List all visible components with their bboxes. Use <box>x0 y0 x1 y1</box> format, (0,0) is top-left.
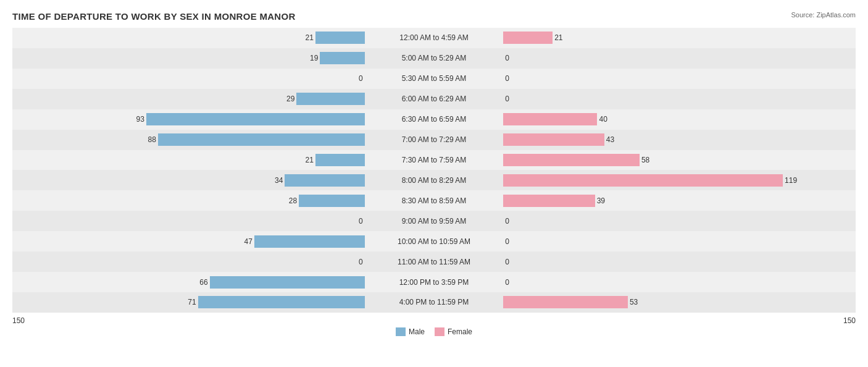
male-value-zero: 0 <box>359 258 363 266</box>
female-value: 53 <box>630 298 638 306</box>
time-label: 6:30 AM to 6:59 AM <box>367 115 502 124</box>
axis-area: 150 150 <box>12 316 856 325</box>
time-label: 12:00 PM to 3:59 PM <box>367 278 502 287</box>
male-bar <box>296 93 364 105</box>
time-label: 8:30 AM to 8:59 AM <box>367 196 502 205</box>
female-bar <box>503 32 553 44</box>
male-value: 47 <box>244 237 252 246</box>
male-bar <box>158 133 365 146</box>
female-bar <box>503 195 595 207</box>
male-bar <box>210 276 365 289</box>
male-value: 28 <box>289 196 297 205</box>
bar-row: 011:00 AM to 11:59 AM0 <box>12 251 856 272</box>
male-bar <box>315 32 365 44</box>
bar-row: 348:00 AM to 8:29 AM119 <box>12 170 856 190</box>
axis-right: 150 <box>843 316 856 325</box>
bar-row: 4710:00 AM to 10:59 AM0 <box>12 231 856 251</box>
bar-row: 217:30 AM to 7:59 AM58 <box>12 150 856 171</box>
female-bar <box>503 296 628 308</box>
male-bar <box>285 174 364 187</box>
axis-left: 150 <box>12 316 25 325</box>
time-label: 6:00 AM to 6:29 AM <box>367 95 502 103</box>
female-value-zero: 0 <box>505 54 509 62</box>
female-bar <box>503 154 640 166</box>
bar-row: 09:00 AM to 9:59 AM0 <box>12 211 856 231</box>
bar-row: 887:00 AM to 7:29 AM43 <box>12 130 856 150</box>
time-label: 12:00 AM to 4:59 AM <box>367 33 502 42</box>
male-value: 66 <box>199 278 207 287</box>
female-value-zero: 0 <box>505 278 509 287</box>
legend-female-label: Female <box>448 327 472 336</box>
female-value: 43 <box>606 135 614 144</box>
female-value-zero: 0 <box>505 237 509 246</box>
male-value: 21 <box>305 33 313 42</box>
female-value: 58 <box>641 156 649 164</box>
male-value: 29 <box>286 95 294 103</box>
female-color-swatch <box>435 327 444 336</box>
male-bar <box>299 195 365 207</box>
female-value: 21 <box>554 33 562 42</box>
male-value-zero: 0 <box>359 74 363 83</box>
bar-row: 714:00 PM to 11:59 PM53 <box>12 292 856 313</box>
source-text: Source: ZipAtlas.com <box>791 11 856 19</box>
chart-title: TIME OF DEPARTURE TO WORK BY SEX IN MONR… <box>12 11 856 22</box>
male-color-swatch <box>396 327 406 336</box>
bar-row: 2112:00 AM to 4:59 AM21 <box>12 28 856 48</box>
female-value-zero: 0 <box>505 74 509 83</box>
male-value: 21 <box>305 156 313 164</box>
female-bar <box>503 113 597 125</box>
female-value: 40 <box>599 115 607 124</box>
bar-row: 195:00 AM to 5:29 AM0 <box>12 48 856 69</box>
bar-row: 296:00 AM to 6:29 AM0 <box>12 89 856 109</box>
female-value: 39 <box>597 196 605 205</box>
male-bar <box>320 52 364 64</box>
female-value-zero: 0 <box>505 258 509 266</box>
time-label: 7:30 AM to 7:59 AM <box>367 156 502 164</box>
time-label: 5:30 AM to 5:59 AM <box>367 74 502 83</box>
legend-female: Female <box>435 327 472 336</box>
male-value: 19 <box>310 54 318 62</box>
male-bar <box>315 154 365 166</box>
time-label: 8:00 AM to 8:29 AM <box>367 176 502 185</box>
male-bar <box>254 235 365 248</box>
bar-row: 288:30 AM to 8:59 AM39 <box>12 190 856 211</box>
female-value-zero: 0 <box>505 95 509 103</box>
bar-row: 6612:00 PM to 3:59 PM0 <box>12 272 856 292</box>
male-bar <box>198 296 365 308</box>
female-bar <box>503 133 604 146</box>
time-label: 11:00 AM to 11:59 AM <box>367 258 502 266</box>
male-value: 93 <box>136 115 144 124</box>
chart-container: TIME OF DEPARTURE TO WORK BY SEX IN MONR… <box>0 0 868 367</box>
male-value: 71 <box>188 298 196 306</box>
time-label: 9:00 AM to 9:59 AM <box>367 217 502 226</box>
male-value: 34 <box>275 176 283 185</box>
bar-row: 936:30 AM to 6:59 AM40 <box>12 109 856 130</box>
male-value-zero: 0 <box>359 217 363 226</box>
male-value: 88 <box>148 135 156 144</box>
time-label: 4:00 PM to 11:59 PM <box>367 298 502 306</box>
female-value: 119 <box>785 176 797 185</box>
time-label: 10:00 AM to 10:59 AM <box>367 237 502 246</box>
female-value-zero: 0 <box>505 217 509 226</box>
female-bar <box>503 174 783 187</box>
legend-male-label: Male <box>409 327 425 336</box>
legend-male: Male <box>396 327 425 336</box>
time-label: 7:00 AM to 7:29 AM <box>367 135 502 144</box>
legend: Male Female <box>12 327 856 336</box>
time-label: 5:00 AM to 5:29 AM <box>367 54 502 62</box>
male-bar <box>146 113 365 125</box>
bar-row: 05:30 AM to 5:59 AM0 <box>12 69 856 89</box>
